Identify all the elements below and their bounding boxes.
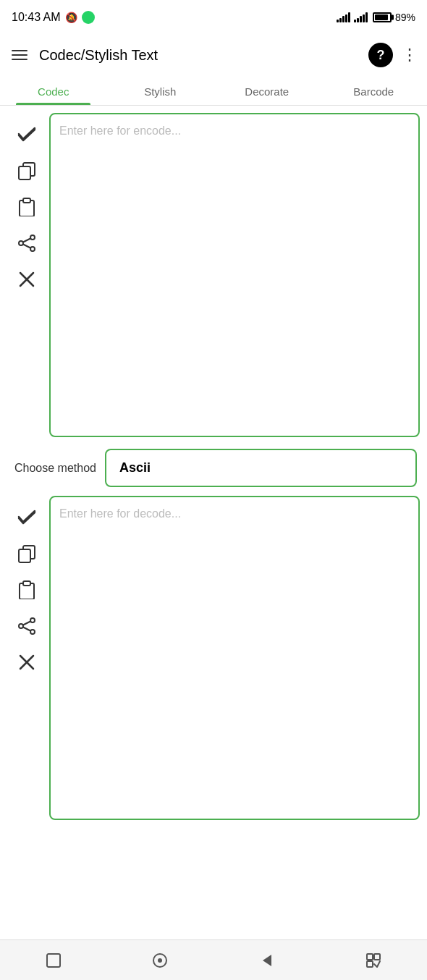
encode-section <box>7 113 420 440</box>
svg-rect-26 <box>367 954 373 960</box>
svg-rect-22 <box>47 954 60 967</box>
encode-clipboard-icon[interactable] <box>15 195 38 219</box>
battery-icon <box>373 12 392 22</box>
whatsapp-icon <box>82 11 95 24</box>
tab-bar: Codec Stylish Decorate Barcode <box>0 77 427 106</box>
status-time: 10:43 AM 🔕 <box>12 11 95 24</box>
nav-stop-button[interactable] <box>41 947 67 973</box>
svg-rect-3 <box>23 198 30 203</box>
svg-line-8 <box>23 245 30 248</box>
svg-rect-28 <box>374 954 380 960</box>
encode-clear-icon[interactable] <box>15 268 38 291</box>
decode-clipboard-icon[interactable] <box>15 578 38 601</box>
mute-icon: 🔕 <box>65 12 77 23</box>
method-row: Choose method Ascii <box>7 440 420 496</box>
svg-rect-12 <box>19 549 30 562</box>
nav-back-button[interactable] <box>254 947 280 973</box>
status-bar: 10:43 AM 🔕 89% <box>0 0 427 33</box>
battery-percent: 89% <box>395 12 415 23</box>
main-content: Choose method Ascii <box>0 106 427 939</box>
svg-point-5 <box>30 235 35 240</box>
encode-side-icons <box>7 113 49 301</box>
encode-textarea-wrapper <box>49 113 420 440</box>
tab-codec[interactable]: Codec <box>0 77 107 105</box>
svg-point-15 <box>19 624 23 628</box>
svg-line-7 <box>23 239 30 242</box>
svg-rect-27 <box>367 961 373 967</box>
hamburger-button[interactable] <box>9 47 30 63</box>
svg-marker-25 <box>263 955 271 966</box>
encode-textarea[interactable] <box>49 113 420 437</box>
encode-share-icon[interactable] <box>15 232 38 255</box>
signal-bars-1 <box>337 12 350 22</box>
choose-method-label: Choose method <box>10 462 96 475</box>
svg-point-17 <box>30 630 35 634</box>
nav-recents-button[interactable] <box>360 947 386 973</box>
help-button[interactable]: ? <box>368 43 393 67</box>
signal-bars-2 <box>354 12 368 22</box>
tab-barcode[interactable]: Barcode <box>321 77 428 105</box>
decode-side-icons <box>7 496 49 684</box>
decode-textarea-wrapper <box>49 496 420 823</box>
encode-check-icon[interactable] <box>15 123 38 146</box>
decode-section <box>7 496 420 823</box>
decode-share-icon[interactable] <box>15 614 38 638</box>
encode-copy-icon[interactable] <box>15 159 38 182</box>
top-bar: Codec/Stylish Text ? ⋮ <box>0 33 427 77</box>
svg-line-19 <box>23 628 30 631</box>
tab-decorate[interactable]: Decorate <box>214 77 321 105</box>
svg-line-18 <box>23 622 30 625</box>
decode-check-icon[interactable] <box>15 506 38 529</box>
time-text: 10:43 AM <box>12 11 61 24</box>
status-icons: 89% <box>337 12 415 23</box>
svg-point-24 <box>158 958 162 963</box>
tab-stylish[interactable]: Stylish <box>107 77 214 105</box>
decode-copy-icon[interactable] <box>15 542 38 565</box>
bottom-nav <box>0 939 427 980</box>
svg-point-4 <box>19 241 23 245</box>
svg-rect-14 <box>23 581 30 586</box>
more-button[interactable]: ⋮ <box>402 47 418 63</box>
svg-rect-1 <box>19 166 30 179</box>
nav-home-button[interactable] <box>147 947 173 973</box>
top-actions: ? ⋮ <box>368 43 418 67</box>
svg-point-16 <box>30 618 35 622</box>
decode-clear-icon[interactable] <box>15 651 38 674</box>
method-button[interactable]: Ascii <box>105 449 417 487</box>
svg-point-6 <box>30 247 35 251</box>
app-title: Codec/Stylish Text <box>39 47 360 64</box>
decode-textarea[interactable] <box>49 496 420 820</box>
